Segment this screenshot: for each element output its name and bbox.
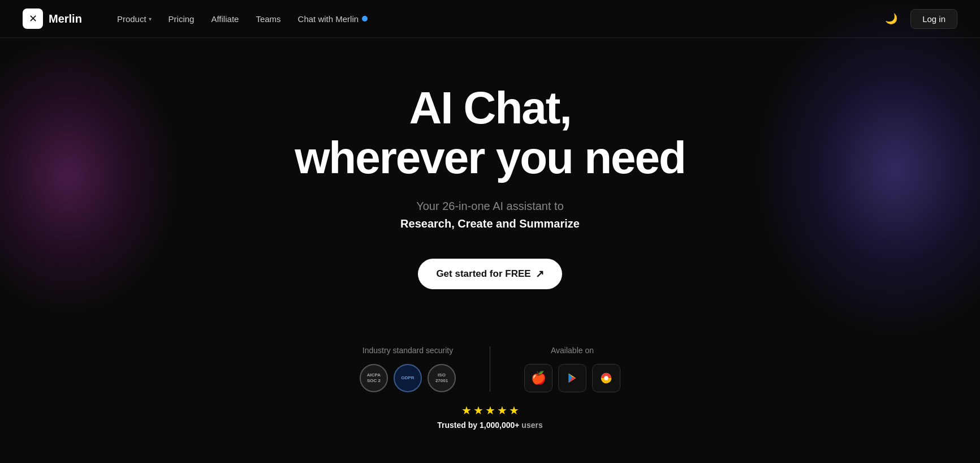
cta-button[interactable]: Get started for FREE ↗ [418, 259, 562, 289]
logo[interactable]: ✕ Merlin [23, 8, 82, 29]
svg-point-5 [604, 376, 608, 380]
nav-affiliate[interactable]: Affiliate [204, 11, 245, 27]
cta-arrow-icon: ↗ [536, 268, 544, 280]
trust-row: Industry standard security AICPASOC 2 GD… [337, 346, 643, 392]
security-badges: AICPASOC 2 GDPR ISO27001 [360, 364, 456, 392]
hero-title: AI Chat, wherever you need [295, 83, 685, 183]
trust-divider [490, 346, 490, 392]
hero-section: AI Chat, wherever you need Your 26-in-on… [0, 38, 980, 452]
navbar: ✕ Merlin Product ▾ Pricing Affiliate Tea… [0, 0, 980, 38]
star-1: ★ [461, 404, 472, 417]
stars-row: ★ ★ ★ ★ ★ [461, 404, 519, 417]
stars-trust: ★ ★ ★ ★ ★ Trusted by 1,000,000+ users [437, 404, 542, 430]
star-2: ★ [473, 404, 483, 417]
nav-teams[interactable]: Teams [249, 11, 287, 27]
google-play-button[interactable] [558, 364, 586, 392]
nav-chat[interactable]: Chat with Merlin [291, 11, 375, 27]
logo-text: Merlin [49, 12, 82, 25]
product-chevron-icon: ▾ [149, 16, 152, 22]
available-label: Available on [551, 346, 594, 355]
logo-icon: ✕ [23, 8, 43, 29]
platform-icons: 🍎 [524, 364, 620, 392]
nav-right: 🌙 Log in [881, 8, 957, 29]
hero-subtitle: Your 26-in-one AI assistant to [416, 200, 564, 213]
nav-links: Product ▾ Pricing Affiliate Teams Chat w… [110, 11, 881, 27]
nav-pricing[interactable]: Pricing [162, 11, 201, 27]
nav-product[interactable]: Product ▾ [110, 11, 158, 27]
dark-mode-toggle[interactable]: 🌙 [881, 8, 901, 29]
availability-section: Available on 🍎 [502, 346, 643, 392]
trusted-text: Trusted by 1,000,000+ users [437, 421, 542, 430]
soc2-badge: AICPASOC 2 [360, 364, 388, 392]
chat-live-dot [362, 16, 368, 22]
star-5: ★ [509, 404, 519, 417]
extension-button[interactable] [592, 364, 620, 392]
hero-highlight: Research, Create and Summarize [400, 217, 580, 230]
gdpr-badge: GDPR [394, 364, 422, 392]
apple-store-button[interactable]: 🍎 [524, 364, 552, 392]
star-3: ★ [485, 404, 495, 417]
star-4: ★ [497, 404, 507, 417]
security-section: Industry standard security AICPASOC 2 GD… [337, 346, 478, 392]
security-label: Industry standard security [362, 346, 453, 355]
iso-badge: ISO27001 [428, 364, 456, 392]
login-button[interactable]: Log in [910, 9, 957, 29]
